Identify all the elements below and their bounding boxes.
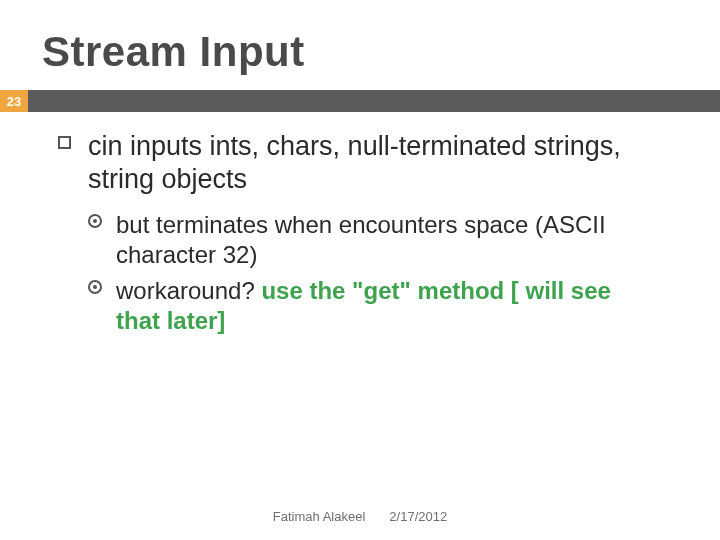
slide: Stream Input 23 cin inputs ints, chars, … <box>0 0 720 540</box>
slide-title: Stream Input <box>42 28 305 76</box>
footer: Fatimah Alakeel 2/17/2012 <box>0 509 720 524</box>
header-bar-fill <box>28 90 720 112</box>
slide-number-badge: 23 <box>0 90 28 112</box>
footer-date: 2/17/2012 <box>389 509 447 524</box>
footer-author: Fatimah Alakeel <box>273 509 366 524</box>
bullet-level2-b-prefix: workaround? <box>116 277 261 304</box>
header-bar: 23 <box>0 90 720 112</box>
bullet-level1: cin inputs ints, chars, null-terminated … <box>58 130 658 196</box>
bullet-level1-text: cin inputs ints, chars, null-terminated … <box>88 131 621 194</box>
bullet-level2-a-text: but terminates when encounters space (AS… <box>116 211 606 268</box>
target-bullet-icon <box>88 280 102 294</box>
bullet-level2-a: but terminates when encounters space (AS… <box>88 210 658 270</box>
target-bullet-icon <box>88 214 102 228</box>
bullet-level2-b: workaround? use the "get" method [ will … <box>88 276 658 336</box>
content-area: cin inputs ints, chars, null-terminated … <box>58 130 658 342</box>
square-bullet-icon <box>58 136 71 149</box>
